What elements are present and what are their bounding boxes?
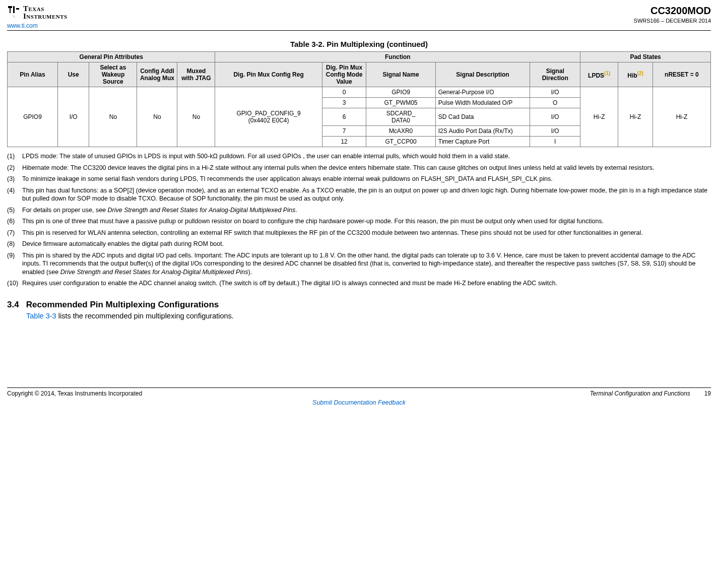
cell-mode: 12 (322, 137, 366, 147)
cell-signal-name: McAXR0 (366, 126, 435, 137)
section-body: Table 3-3 lists the recommended pin mult… (26, 312, 711, 320)
th-dig-reg: Dig. Pin Mux Config Reg (215, 62, 322, 87)
copyright: Copyright © 2014, Texas Instruments Inco… (7, 390, 142, 397)
th-analog: Config Addl Analog Mux (137, 62, 177, 87)
th-signal-dir: Signal Direction (530, 62, 580, 87)
cell-signal-desc: Pulse Width Modulated O/P (435, 98, 530, 108)
th-signal-desc: Signal Description (435, 62, 530, 87)
th-pin-alias: Pin Alias (8, 62, 58, 87)
cell-signal-desc: SD Cad Data (435, 108, 530, 126)
cell-use: I/O (57, 87, 89, 147)
th-group-function: Function (215, 52, 580, 62)
footnote: (9)This pin is shared by the ADC inputs … (7, 251, 711, 277)
footnote: (3)To minimize leakage in some serial fl… (7, 175, 711, 183)
cell-jtag: No (177, 87, 215, 147)
cell-signal-dir: I/O (530, 108, 580, 126)
footnote: (2)Hibernate mode: The CC3200 device lea… (7, 164, 711, 172)
cell-signal-desc: General-Purpose I/O (435, 87, 530, 98)
header-rule (7, 30, 711, 31)
ti-logo: Texas Instruments (7, 5, 68, 20)
th-signal-name: Signal Name (366, 62, 435, 87)
ti-logo-text-1: Texas (23, 5, 68, 13)
cell-lpds: Hi-Z (580, 87, 618, 147)
cell-mode: 7 (322, 126, 366, 137)
page-header: Texas Instruments www.ti.com CC3200MOD S… (7, 5, 711, 29)
page-footer: Copyright © 2014, Texas Instruments Inco… (7, 390, 711, 397)
cell-signal-dir: I (530, 137, 580, 147)
th-hib: Hib(2) (618, 62, 653, 87)
product-code: CC3200MOD (634, 5, 711, 17)
th-nreset: nRESET = 0 (652, 62, 710, 87)
th-group-padstates: Pad States (580, 52, 711, 62)
cell-mode: 3 (322, 98, 366, 108)
ti-logo-text-2: Instruments (23, 13, 68, 20)
cell-wakeup: No (89, 87, 137, 147)
footnote: (4)This pin has dual functions: as a SOP… (7, 186, 711, 203)
cell-mode: 0 (322, 87, 366, 98)
footer-rule (7, 387, 711, 388)
footnote: (1)LPDS mode: The state of unused GPIOs … (7, 152, 711, 161)
th-use: Use (57, 62, 89, 87)
table-caption: Table 3-2. Pin Multiplexing (continued) (7, 40, 711, 48)
pin-mux-table: General Pin Attributes Function Pad Stat… (7, 51, 711, 147)
footnotes: (1)LPDS mode: The state of unused GPIOs … (7, 152, 711, 288)
header-right: CC3200MOD SWRS166 – DECEMBER 2014 (634, 5, 711, 24)
ti-logo-icon (7, 5, 20, 19)
site-url-link[interactable]: www.ti.com (7, 22, 38, 29)
cell-hib: Hi-Z (618, 87, 653, 147)
footnote: (10)Requires user configuration to enabl… (7, 279, 711, 288)
cell-signal-name: GT_CCP00 (366, 137, 435, 147)
cell-nreset: Hi-Z (652, 87, 710, 147)
cell-signal-desc: Timer Capture Port (435, 137, 530, 147)
footnote: (7)This pin is reserved for WLAN antenna… (7, 229, 711, 237)
cell-mode: 6 (322, 108, 366, 126)
submit-feedback-link[interactable]: Submit Documentation Feedback (312, 399, 406, 406)
section-heading: 3.4 Recommended Pin Multiplexing Configu… (7, 300, 711, 310)
th-dig-mode: Dig. Pin Mux Config Mode Value (322, 62, 366, 87)
footnote: (6)This pin is one of three that must ha… (7, 217, 711, 226)
th-jtag: Muxed with JTAG (177, 62, 215, 87)
cell-dig-reg: GPIO_PAD_CONFIG_9 (0x4402 E0C4) (215, 87, 322, 147)
th-wakeup: Select as Wakeup Source (89, 62, 137, 87)
table-ref-link[interactable]: Table 3-3 (26, 312, 56, 320)
header-left: Texas Instruments www.ti.com (7, 5, 68, 29)
th-lpds: LPDS(1) (580, 62, 618, 87)
th-group-general: General Pin Attributes (8, 52, 215, 62)
cell-signal-name: GPIO9 (366, 87, 435, 98)
table-row: GPIO9 I/O No No No GPIO_PAD_CONFIG_9 (0x… (8, 87, 711, 98)
cell-analog: No (137, 87, 177, 147)
doc-id: SWRS166 – DECEMBER 2014 (634, 18, 711, 24)
footnote: (8)Device firmware automatically enables… (7, 240, 711, 248)
cell-signal-name: GT_PWM05 (366, 98, 435, 108)
cell-signal-dir: O (530, 98, 580, 108)
cell-pin-alias: GPIO9 (8, 87, 58, 147)
cell-signal-desc: I2S Audio Port Data (Rx/Tx) (435, 126, 530, 137)
cell-signal-name: SDCARD_DATA0 (366, 108, 435, 126)
footer-section: Terminal Configuration and Functions19 (590, 390, 711, 397)
footnote: (5)For details on proper use, see Drive … (7, 206, 711, 215)
cell-signal-dir: I/O (530, 126, 580, 137)
cell-signal-dir: I/O (530, 87, 580, 98)
